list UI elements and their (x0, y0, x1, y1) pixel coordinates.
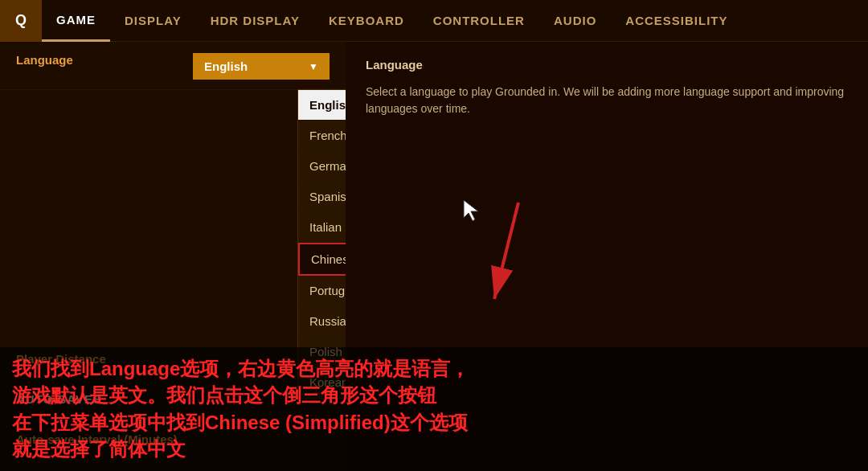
dropdown-item-french[interactable]: French (298, 121, 346, 151)
svg-line-1 (494, 203, 518, 299)
annotation-overlay: 我们找到Language选项，右边黄色高亮的就是语言， 游戏默认是英文。我们点击… (0, 347, 868, 471)
tab-accessibility[interactable]: ACCESSIBILITY (611, 0, 742, 42)
language-setting-row: Language English ▼ English French German… (0, 42, 346, 90)
info-description: Select a language to play Grounded in. W… (366, 84, 848, 117)
dropdown-item-portuguese-brazil[interactable]: Portuguese (Brazil) (298, 276, 346, 306)
tab-game[interactable]: GAME (42, 0, 110, 42)
tab-audio[interactable]: AUDIO (539, 0, 611, 42)
dropdown-item-chinese-simplified[interactable]: Chinese (Simplified) (298, 243, 346, 276)
nav-tabs: GAME DISPLAY HDR DISPLAY KEYBOARD CONTRO… (42, 0, 743, 42)
top-nav: Q GAME DISPLAY HDR DISPLAY KEYBOARD CONT… (0, 0, 868, 42)
tab-controller[interactable]: CONTROLLER (419, 0, 539, 42)
tab-hdr-display[interactable]: HDR DISPLAY (196, 0, 314, 42)
annotation-line-2: 游戏默认是英文。我们点击这个倒三角形这个按钮 (12, 382, 856, 409)
dropdown-arrow-icon: ▼ (309, 61, 318, 72)
dropdown-item-russian[interactable]: Russian (298, 306, 346, 337)
language-value: English (204, 59, 248, 73)
search-icon: Q (15, 12, 27, 29)
search-button[interactable]: Q (0, 0, 42, 42)
annotation-line-3: 在下拉菜单选项中找到Chinese (Simplified)这个选项 (12, 409, 856, 436)
tab-display[interactable]: DISPLAY (110, 0, 196, 42)
annotation-line-4: 就是选择了简体中文 (12, 436, 856, 463)
cursor-icon (462, 199, 482, 223)
dropdown-item-spanish[interactable]: Spanish (298, 182, 346, 212)
dropdown-item-english[interactable]: English (298, 90, 346, 121)
dropdown-item-italian[interactable]: Italian (298, 212, 346, 243)
svg-marker-2 (464, 200, 478, 221)
language-label: Language (16, 53, 193, 67)
tab-keyboard[interactable]: KEYBOARD (314, 0, 419, 42)
info-title: Language (366, 58, 848, 72)
dropdown-item-german[interactable]: German (298, 151, 346, 182)
annotation-line-1: 我们找到Language选项，右边黄色高亮的就是语言， (12, 355, 856, 383)
arrow-annotation (470, 195, 575, 315)
language-dropdown-button[interactable]: English ▼ (193, 53, 330, 80)
